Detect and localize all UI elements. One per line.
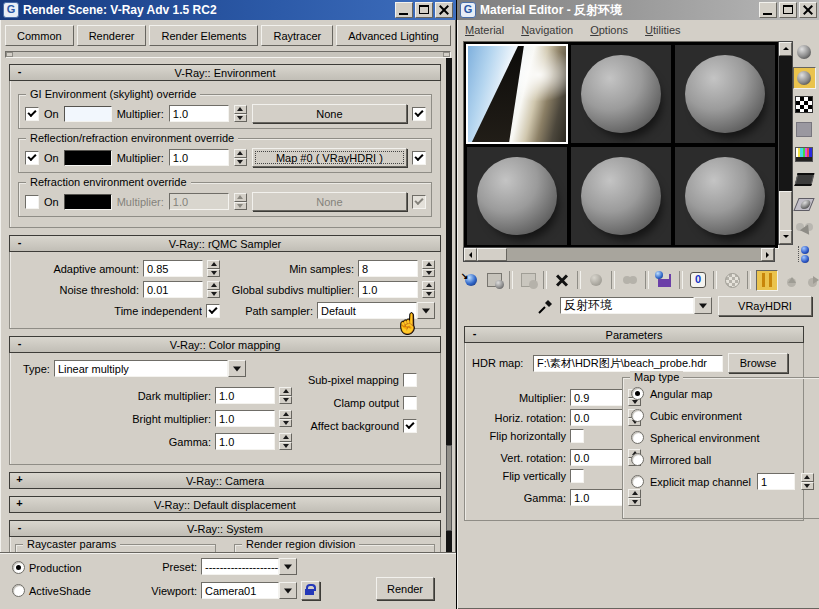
sample-uv-tiling-icon[interactable] [794,119,815,139]
refraction-color-swatch[interactable] [64,194,112,210]
minimize-icon[interactable] [395,2,413,18]
sample-slot[interactable] [674,146,776,246]
sample-slot[interactable] [466,146,568,246]
vert-rotation-field[interactable]: 0.0 [570,449,624,466]
menu-utilities[interactable]: Utilities [645,24,680,36]
reset-map-icon[interactable] [552,271,572,290]
cubic-environment-radio[interactable] [631,409,644,422]
make-unique-icon[interactable] [620,271,640,290]
adaptive-amount-spinner[interactable] [207,260,220,277]
material-map-navigator-icon[interactable] [794,244,815,264]
go-to-parent-icon[interactable] [781,271,801,290]
put-material-to-scene-icon[interactable] [484,271,504,290]
show-end-result-icon[interactable] [756,270,778,291]
hdr-map-path-field[interactable]: F:\素材\HDR图片\beach_probe.hdr [533,355,723,372]
sub-pixel-mapping-checkbox[interactable] [403,373,417,387]
close-icon[interactable] [435,2,453,18]
collapse-icon[interactable]: - [14,522,25,533]
tab-advanced-lighting[interactable]: Advanced Lighting [336,25,451,46]
refraction-map-button[interactable]: None [252,192,407,211]
maximize-icon[interactable] [779,2,797,18]
sample-slot[interactable] [674,44,776,144]
reflection-color-swatch[interactable] [64,150,112,166]
dark-multiplier-field[interactable]: 1.0 [215,387,275,404]
bright-multiplier-spinner[interactable] [279,410,292,427]
rollout-color-mapping-header[interactable]: - V-Ray:: Color mapping [9,336,441,353]
adaptive-amount-field[interactable]: 0.85 [143,260,203,277]
horizontal-scrollbar[interactable] [5,51,451,58]
chevron-down-icon[interactable] [228,360,246,377]
maximize-icon[interactable] [415,2,433,18]
menu-options[interactable]: Options [590,24,628,36]
slots-horizontal-scrollbar[interactable] [463,247,775,262]
flip-horizontally-checkbox[interactable] [570,429,584,443]
browse-button[interactable]: Browse [728,353,788,373]
mirrored-ball-radio[interactable] [631,453,644,466]
bright-multiplier-field[interactable]: 1.0 [215,410,275,427]
chevron-down-icon[interactable] [417,302,435,319]
material-editor-titlebar[interactable]: G Material Editor - 反射环境 [457,0,819,20]
rollout-system-header[interactable]: - V-Ray:: System [9,520,441,537]
affect-background-checkbox[interactable] [403,419,417,433]
rollout-parameters-header[interactable]: - Parameters [464,326,804,343]
horiz-rotation-field[interactable]: 0.0 [570,409,624,426]
close-icon[interactable] [799,2,817,18]
min-samples-spinner[interactable] [422,260,435,277]
rollout-environment-header[interactable]: - V-Ray:: Environment [9,64,441,81]
spherical-environment-radio[interactable] [631,431,644,444]
select-by-material-icon[interactable] [794,219,815,239]
hdr-multiplier-field[interactable]: 0.9 [570,389,624,406]
gi-map-button[interactable]: None [252,104,407,123]
tab-render-elements[interactable]: Render Elements [149,25,258,46]
rollout-rqmc-header[interactable]: - V-Ray:: rQMC Sampler [9,235,441,252]
reflection-multiplier-spinner[interactable] [234,149,247,166]
flip-vertically-checkbox[interactable] [570,469,584,483]
render-button[interactable]: Render [376,577,434,600]
refraction-use-map-checkbox[interactable] [412,195,426,209]
sample-type-icon[interactable] [794,42,815,62]
render-scene-titlebar[interactable]: G Render Scene: V-Ray Adv 1.5 RC2 [0,0,456,20]
sample-slot[interactable] [570,146,672,246]
reflection-map-button[interactable]: Map #0 ( VRayHDRI ) [252,148,407,167]
gamma-field[interactable]: 1.0 [215,433,275,450]
gi-color-swatch[interactable] [64,106,112,122]
dark-multiplier-spinner[interactable] [279,387,292,404]
collapse-icon[interactable]: - [14,66,25,77]
material-type-button[interactable]: VRayHDRI [718,296,812,316]
put-to-library-icon[interactable] [654,271,674,290]
tab-common[interactable]: Common [5,25,74,46]
pick-material-icon[interactable] [538,298,554,314]
min-samples-field[interactable]: 8 [358,260,418,277]
tab-raytracer[interactable]: Raytracer [261,25,333,46]
global-subdivs-spinner[interactable] [422,281,435,298]
lock-icon[interactable] [301,581,320,600]
expand-icon[interactable]: + [14,474,25,485]
refraction-multiplier-spinner[interactable] [234,193,247,210]
hdr-gamma-field[interactable]: 1.0 [570,489,624,506]
reflection-multiplier-field[interactable]: 1.0 [169,149,229,166]
time-independent-checkbox[interactable] [206,304,220,318]
activeshade-radio[interactable] [12,584,25,597]
reflection-use-map-checkbox[interactable] [412,151,426,165]
scrollbar-thumb[interactable] [446,445,452,531]
rollout-displacement-header[interactable]: + V-Ray:: Default displacement [9,496,441,513]
preset-dropdown[interactable]: ------------------------ [201,558,297,575]
production-radio[interactable] [12,561,25,574]
expand-icon[interactable]: + [14,498,25,509]
vertical-scrollbar[interactable] [446,58,452,554]
options-icon[interactable] [794,194,815,214]
sample-slot-active[interactable] [466,44,568,144]
path-sampler-dropdown[interactable]: Default [317,302,435,319]
angular-map-radio[interactable] [631,387,644,400]
collapse-icon[interactable]: - [14,338,25,349]
color-mapping-type-dropdown[interactable]: Linear multiply [54,360,246,377]
clamp-output-checkbox[interactable] [403,396,417,410]
map-channel-spinner[interactable] [801,473,814,490]
make-preview-icon[interactable] [794,169,815,189]
gi-use-map-checkbox[interactable] [412,107,426,121]
scroll-right-icon[interactable] [761,248,774,261]
noise-threshold-field[interactable]: 0.01 [143,281,203,298]
get-material-icon[interactable]: ↘ [461,271,481,290]
gamma-spinner[interactable] [279,433,292,450]
rollout-camera-header[interactable]: + V-Ray:: Camera [9,472,441,489]
